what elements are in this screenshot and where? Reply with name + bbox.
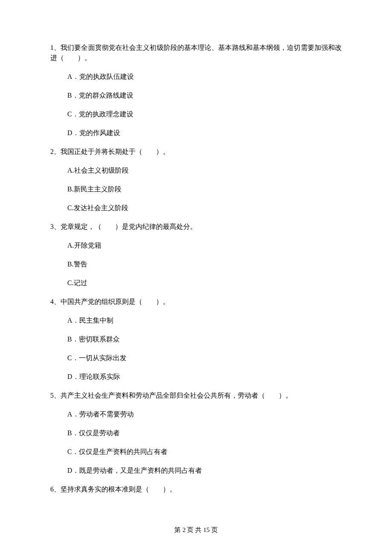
option-a: A．民主集中制 (67, 315, 342, 326)
option-b: B．党的群众路线建设 (67, 90, 342, 101)
question-stem: 5、共产主义社会生产资料和劳动产品全部归全社会公共所有，劳动者（ ）。 (50, 390, 342, 401)
option-b: B.警告 (67, 259, 342, 269)
question-3: 3、党章规定，（ ）是党内纪律的最高处分。 A.开除党籍 B.警告 C.记过 (50, 222, 342, 288)
option-a: A.社会主义初级阶段 (67, 165, 342, 176)
page-content: 1、我们要全面贯彻党在社会主义初级阶段的基本理论、基本路线和基本纲领，迫切需要加… (0, 0, 392, 494)
question-stem: 6、坚持求真务实的根本准则是（ ）。 (50, 484, 342, 494)
option-b: B．仅仅是劳动者 (67, 428, 342, 438)
question-stem: 2、我国正处于并将长期处于（ ）。 (50, 147, 342, 157)
question-stem: 4、中国共产党的组织原则是（ ）。 (50, 297, 342, 307)
question-1: 1、我们要全面贯彻党在社会主义初级阶段的基本理论、基本路线和基本纲领，迫切需要加… (50, 43, 342, 138)
question-stem: 1、我们要全面贯彻党在社会主义初级阶段的基本理论、基本路线和基本纲领，迫切需要加… (50, 43, 342, 63)
option-b: B．密切联系群众 (67, 334, 342, 344)
question-2: 2、我国正处于并将长期处于（ ）。 A.社会主义初级阶段 B.新民主主义阶段 C… (50, 147, 342, 213)
option-a: A.开除党籍 (67, 240, 342, 251)
question-6: 6、坚持求真务实的根本准则是（ ）。 (50, 484, 342, 494)
option-d: D．党的作风建设 (67, 128, 342, 138)
option-d: D．既是劳动者，又是生产资料的共同占有者 (67, 465, 342, 476)
option-c: C.记过 (67, 278, 342, 288)
question-stem: 3、党章规定，（ ）是党内纪律的最高处分。 (50, 222, 342, 232)
option-a: A．劳动者不需要劳动 (67, 409, 342, 419)
option-a: A．党的执政队伍建设 (67, 72, 342, 82)
question-5: 5、共产主义社会生产资料和劳动产品全部归全社会公共所有，劳动者（ ）。 A．劳动… (50, 390, 342, 476)
option-c: C．一切从实际出发 (67, 353, 342, 363)
option-c: C.发达社会主义阶段 (67, 203, 342, 213)
option-c: C．党的执政理念建设 (67, 109, 342, 119)
option-b: B.新民主主义阶段 (67, 184, 342, 194)
option-d: D．理论联系实际 (67, 372, 342, 382)
question-4: 4、中国共产党的组织原则是（ ）。 A．民主集中制 B．密切联系群众 C．一切从… (50, 297, 342, 382)
option-c: C．仅仅是生产资料的共同占有者 (67, 447, 342, 457)
page-footer: 第 2 页 共 15 页 (0, 525, 392, 535)
